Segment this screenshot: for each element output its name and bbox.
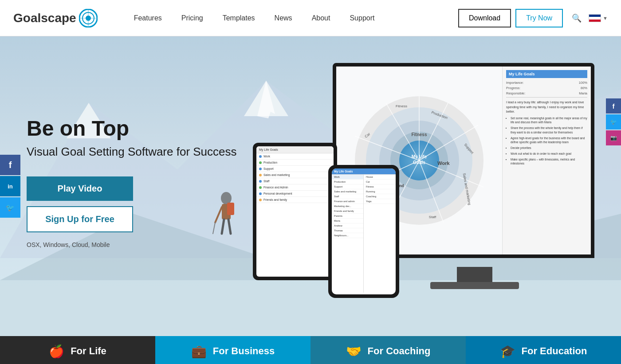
nav-support[interactable]: Support	[340, 0, 384, 36]
list-item: Personal development	[256, 191, 334, 197]
list-item: Production	[332, 180, 363, 184]
download-button[interactable]: Download	[458, 9, 511, 27]
nav-about[interactable]: About	[302, 0, 340, 36]
header: Goalscape Features Pricing Templates New…	[0, 0, 621, 36]
responsible-row: Responsible: Maria	[506, 91, 587, 95]
importance-value: 100%	[579, 81, 587, 85]
logo-icon	[79, 9, 98, 27]
devices-mockup: My Life Goals Production Support Sales a…	[217, 54, 617, 329]
monitor-panel: My Life Goals Importance: 100% Progress:…	[502, 67, 591, 254]
hero-content: Be on Top Visual Goal Setting Software f…	[27, 116, 237, 248]
svg-text:Goals: Goals	[413, 160, 425, 165]
list-item: Support	[256, 166, 334, 172]
play-video-button[interactable]: Play Video	[27, 176, 133, 201]
list-item: Support	[332, 184, 363, 189]
nav-features[interactable]: Features	[124, 0, 172, 36]
list-item: Thomas	[332, 228, 363, 233]
importance-row: Importance: 100%	[506, 81, 587, 85]
list-item: Staff	[332, 194, 363, 199]
list-item: Sales and marketing	[256, 172, 334, 178]
importance-label: Importance:	[506, 81, 524, 85]
instagram-right-button[interactable]: 📷	[606, 130, 621, 145]
phone-content: Work Production Support Sales and market…	[332, 175, 396, 293]
list-item: Work	[332, 175, 363, 180]
hero-title: Be on Top	[27, 116, 237, 141]
dot-icon	[259, 161, 262, 164]
platforms-text: OSX, Windows, Cloud, Mobile	[27, 241, 237, 248]
progress-row: Progress: 80%	[506, 86, 587, 90]
responsible-value: Maria	[579, 91, 587, 95]
list-item: Maria	[332, 219, 363, 223]
search-icon[interactable]: 🔍	[572, 13, 582, 23]
tablet-mockup: My Life Goals Work Production Support Sa…	[253, 143, 337, 280]
facebook-social-button[interactable]: f	[0, 155, 20, 175]
progress-value: 80%	[581, 86, 587, 90]
list-item: Fitness	[364, 184, 396, 189]
facebook-right-button[interactable]: f	[606, 98, 621, 114]
phone-screen: My Life Goals Work Production Support Sa…	[332, 168, 396, 294]
phone-header: My Life Goals	[332, 168, 396, 175]
briefcase-icon: 💼	[191, 344, 207, 359]
list-item: Andrew	[332, 223, 363, 228]
apple-icon: 🍎	[49, 344, 64, 359]
list-item: Coaching	[364, 194, 396, 199]
linkedin-social-button[interactable]: in	[0, 176, 20, 196]
svg-text:Work: Work	[437, 160, 450, 166]
chevron-down-icon: ▼	[603, 16, 608, 21]
try-now-button[interactable]: Try Now	[515, 9, 563, 27]
dot-icon	[259, 180, 262, 183]
svg-text:Fitness: Fitness	[411, 132, 427, 137]
graduation-icon: 🎓	[500, 344, 515, 359]
phone-right-col: House Car Fitness Running Coaching Yoga	[364, 175, 396, 293]
for-life-label: For Life	[71, 345, 106, 357]
header-actions: Download Try Now 🔍 ▼	[458, 9, 608, 27]
for-business-button[interactable]: 💼 For Business	[155, 336, 310, 364]
social-left: f in 🐦	[0, 155, 20, 218]
svg-text:My Life: My Life	[412, 154, 427, 159]
twitter-social-button[interactable]: 🐦	[0, 197, 20, 218]
phone-left-col: Work Production Support Sales and market…	[332, 175, 364, 293]
hero-section: f in 🐦 f 🐦 📷 Be on Top Visual Goal Setti…	[0, 36, 621, 336]
dot-icon	[259, 192, 262, 195]
list-item: Work	[256, 153, 334, 160]
progress-label: Progress:	[506, 86, 520, 90]
tablet-screen: My Life Goals Work Production Support Sa…	[256, 146, 334, 277]
panel-notes: I lead a very busy life: although I enjo…	[506, 100, 587, 166]
tablet-header: My Life Goals	[256, 146, 334, 153]
dot-icon	[259, 174, 262, 176]
list-item: Friends and family	[332, 209, 363, 214]
list-item: Sales and marketing	[332, 189, 363, 194]
handshake-icon: 🤝	[346, 344, 362, 359]
sign-up-button[interactable]: Sign Up for Free	[27, 206, 133, 232]
phone-mockup: My Life Goals Work Production Support Sa…	[328, 165, 399, 298]
logo[interactable]: Goalscape	[13, 9, 98, 27]
bottom-bar: 🍎 For Life 💼 For Business 🤝 For Coaching…	[0, 336, 621, 364]
for-education-label: For Education	[522, 345, 587, 357]
nav-news[interactable]: News	[265, 0, 302, 36]
list-item: Staff	[256, 178, 334, 184]
list-item: Friends and family	[256, 197, 334, 203]
flag-icon	[589, 14, 601, 22]
dot-icon	[259, 168, 262, 170]
responsible-label: Responsible:	[506, 91, 525, 95]
nav-templates[interactable]: Templates	[213, 0, 265, 36]
list-item: Marketing dev...	[332, 204, 363, 209]
monitor-base	[430, 282, 519, 289]
list-item: Finance and admin	[332, 199, 363, 204]
list-item: Yoga	[364, 199, 396, 204]
language-selector[interactable]: ▼	[589, 14, 608, 22]
for-coaching-button[interactable]: 🤝 For Coaching	[310, 336, 466, 364]
list-item: Finance and Admin	[256, 184, 334, 191]
nav-pricing[interactable]: Pricing	[172, 0, 213, 36]
list-item: Parents	[332, 214, 363, 219]
dot-icon	[259, 155, 262, 158]
list-item: House	[364, 175, 396, 180]
panel-title: My Life Goals	[506, 70, 587, 78]
for-education-button[interactable]: 🎓 For Education	[466, 336, 621, 364]
list-item: Neighbours...	[332, 233, 363, 238]
svg-text:Staff: Staff	[429, 215, 436, 219]
twitter-right-button[interactable]: 🐦	[606, 114, 621, 129]
for-life-button[interactable]: 🍎 For Life	[0, 336, 155, 364]
main-nav: Features Pricing Templates News About Su…	[124, 0, 458, 36]
dot-icon	[259, 199, 262, 201]
